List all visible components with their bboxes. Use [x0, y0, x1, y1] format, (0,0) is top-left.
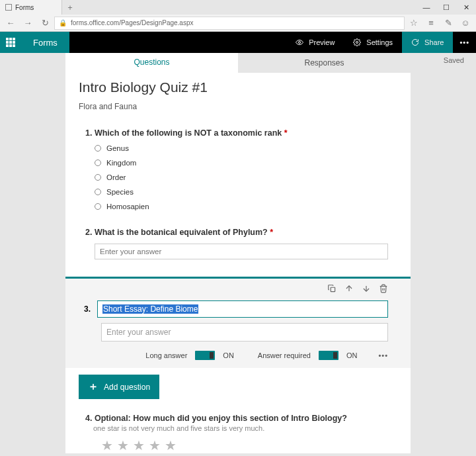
- answer-required-toggle[interactable]: [319, 351, 338, 360]
- form-description[interactable]: Flora and Fauna: [79, 102, 397, 111]
- notifications-icon[interactable]: ☺: [457, 15, 473, 31]
- bookmarks-star-icon[interactable]: ☆: [406, 15, 422, 31]
- answer-placeholder-box[interactable]: Enter your answer: [101, 323, 388, 342]
- copy-question-button[interactable]: [327, 284, 337, 295]
- app-brand: Forms: [21, 32, 69, 53]
- browser-tab[interactable]: Forms: [0, 0, 62, 15]
- trash-icon: [379, 284, 388, 293]
- copy-icon: [327, 284, 337, 293]
- more-button[interactable]: •••: [453, 32, 476, 53]
- option[interactable]: Genus: [95, 144, 397, 152]
- window-controls: — ☐ ✕: [416, 0, 476, 15]
- reading-list-icon[interactable]: ≡: [423, 15, 439, 31]
- option[interactable]: Order: [95, 173, 397, 181]
- share-button[interactable]: Share: [402, 32, 453, 53]
- arrow-down-icon: [362, 284, 371, 293]
- move-up-button[interactable]: [344, 284, 354, 295]
- question-more-button[interactable]: •••: [378, 351, 388, 359]
- app-header: Forms Preview Settings Share •••: [0, 32, 476, 53]
- form-card: Intro Biology Quiz #1 Flora and Fauna 1.…: [65, 73, 411, 453]
- question-edit-toolbar: [84, 284, 388, 295]
- option[interactable]: Species: [95, 188, 397, 196]
- option[interactable]: Homosapien: [95, 203, 397, 210]
- answer-input[interactable]: [95, 244, 388, 259]
- answer-required-state: ON: [346, 351, 358, 359]
- star-icon[interactable]: ★: [117, 437, 129, 453]
- delete-question-button[interactable]: [379, 284, 388, 295]
- settings-label: Settings: [366, 38, 393, 46]
- question-text: 2. What is the botanical equivalent of P…: [85, 228, 397, 237]
- arrow-up-icon: [344, 284, 354, 293]
- save-status: Saved: [444, 56, 464, 64]
- question-options: Genus Kingdom Order Species Homosapien: [85, 144, 397, 210]
- answer-required-label: Answer required: [258, 351, 311, 359]
- url-text: forms.office.com/Pages/DesignPage.aspx: [71, 19, 193, 26]
- tab-favicon: [5, 4, 12, 11]
- lock-icon: 🔒: [59, 19, 67, 26]
- back-button[interactable]: ←: [3, 15, 19, 31]
- window-maximize-button[interactable]: ☐: [436, 0, 456, 15]
- tab-title: Forms: [15, 4, 34, 11]
- radio-icon: [95, 203, 101, 210]
- star-icon[interactable]: ★: [165, 437, 177, 453]
- question-4[interactable]: 4. Optional: How much did you enjoy this…: [79, 414, 397, 453]
- rating-stars: ★ ★ ★ ★ ★: [85, 437, 397, 453]
- add-question-label: Add question: [104, 383, 150, 392]
- svg-rect-2: [331, 287, 335, 291]
- long-answer-toggle[interactable]: [195, 351, 215, 360]
- svg-point-0: [299, 42, 301, 44]
- question-text: 1. Which of the following is NOT a taxon…: [85, 128, 397, 138]
- share-icon: [411, 38, 419, 46]
- star-icon[interactable]: ★: [149, 437, 161, 453]
- move-down-button[interactable]: [362, 284, 371, 295]
- browser-titlebar: Forms ＋ — ☐ ✕: [0, 0, 476, 15]
- gear-icon: [353, 38, 361, 46]
- preview-label: Preview: [309, 38, 335, 46]
- plus-icon: ＋: [88, 380, 99, 394]
- radio-icon: [95, 174, 101, 181]
- page-body: Saved Questions Responses Intro Biology …: [0, 53, 476, 456]
- forward-button[interactable]: →: [20, 15, 36, 31]
- tab-responses[interactable]: Responses: [238, 53, 411, 73]
- url-input[interactable]: 🔒 forms.office.com/Pages/DesignPage.aspx: [54, 17, 405, 30]
- add-question-button[interactable]: ＋ Add question: [79, 375, 159, 399]
- question-1[interactable]: 1. Which of the following is NOT a taxon…: [79, 128, 397, 210]
- eye-icon: [296, 38, 303, 46]
- app-launcher-button[interactable]: [0, 32, 21, 53]
- required-mark: *: [270, 228, 273, 237]
- share-label: Share: [424, 38, 444, 46]
- new-tab-button[interactable]: ＋: [62, 0, 78, 15]
- window-close-button[interactable]: ✕: [456, 0, 476, 15]
- radio-icon: [95, 145, 101, 152]
- long-answer-state: ON: [223, 351, 234, 359]
- waffle-icon: [6, 38, 15, 47]
- preview-button[interactable]: Preview: [286, 32, 344, 53]
- long-answer-label: Long answer: [145, 351, 187, 359]
- tab-questions[interactable]: Questions: [65, 53, 238, 73]
- radio-icon: [95, 189, 101, 195]
- notes-icon[interactable]: ✎: [440, 15, 456, 31]
- svg-point-1: [356, 42, 358, 44]
- star-icon[interactable]: ★: [101, 437, 113, 453]
- radio-icon: [95, 160, 101, 166]
- question-settings-row: Long answer ON Answer required ON •••: [84, 351, 388, 360]
- settings-button[interactable]: Settings: [344, 32, 402, 53]
- question-title-input[interactable]: Short Essay: Define Biome: [97, 300, 388, 318]
- star-icon[interactable]: ★: [133, 437, 145, 453]
- form-tabs: Questions Responses: [65, 53, 411, 73]
- browser-address-bar: ← → ↻ 🔒 forms.office.com/Pages/DesignPag…: [0, 15, 476, 32]
- option[interactable]: Kingdom: [95, 159, 397, 167]
- question-title-text: Short Essay: Define Biome: [102, 304, 198, 314]
- question-number: 3.: [84, 304, 91, 314]
- refresh-button[interactable]: ↻: [37, 15, 53, 31]
- form-title[interactable]: Intro Biology Quiz #1: [79, 79, 397, 95]
- window-minimize-button[interactable]: —: [416, 0, 436, 15]
- question-subtitle: one star is not very much and five stars…: [85, 424, 397, 432]
- question-text: 4. Optional: How much did you enjoy this…: [85, 414, 397, 423]
- question-3-editing: 3. Short Essay: Define Biome Enter your …: [65, 277, 411, 368]
- question-2[interactable]: 2. What is the botanical equivalent of P…: [79, 228, 397, 259]
- required-mark: *: [284, 128, 288, 138]
